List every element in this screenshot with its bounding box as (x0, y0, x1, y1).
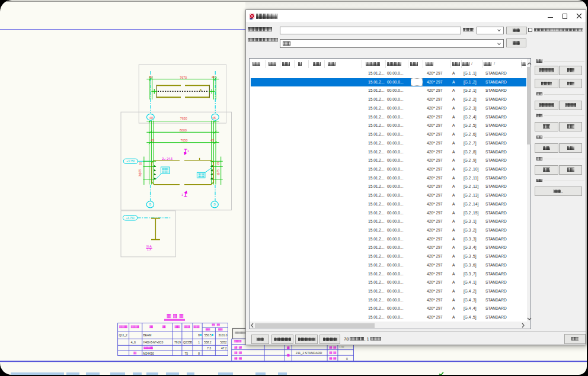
svg-text:3101.0: 3101.0 (219, 334, 228, 337)
svg-text:1: 1 (187, 149, 189, 153)
svg-text:47.2: 47.2 (221, 347, 227, 350)
svg-text:8: 8 (198, 334, 200, 337)
svg-text:550.5: 550.5 (204, 334, 212, 337)
svg-text:1: 1 (181, 193, 183, 197)
svg-text:558.2: 558.2 (204, 341, 212, 344)
svg-text:40: 40 (149, 75, 152, 79)
svg-text:45: 45 (151, 139, 154, 142)
svg-text:211_2 STANDARD: 211_2 STANDARD (296, 351, 322, 355)
svg-text:40: 40 (149, 116, 153, 120)
svg-text:BEAM: BEAM (143, 334, 151, 337)
svg-text:45: 45 (210, 139, 214, 142)
svg-text:4_6: 4_6 (131, 341, 136, 344)
svg-text:N-A: N-A (146, 245, 152, 248)
svg-text:1:10: 1:10 (339, 345, 344, 348)
svg-text:5052: 5052 (220, 341, 227, 344)
svg-text:45: 45 (212, 116, 216, 120)
svg-text:60: 60 (139, 162, 142, 165)
svg-text:7650: 7650 (181, 139, 188, 142)
svg-text:M24X50: M24X50 (143, 352, 154, 355)
svg-text:Q235B: Q235B (183, 341, 192, 344)
svg-text:60: 60 (217, 161, 220, 165)
svg-text:8000: 8000 (180, 128, 187, 132)
svg-text:+3.750: +3.750 (126, 160, 135, 163)
svg-text:3@75: 3@75 (139, 169, 142, 176)
svg-text:A: A (200, 88, 202, 92)
svg-text:Q11_2: Q11_2 (119, 334, 128, 337)
svg-text:H400-B-M*+0C0: H400-B-M*+0C0 (143, 341, 163, 344)
svg-text:0: 0 (346, 357, 348, 361)
svg-text:1:X: 1:X (147, 248, 152, 251)
svg-text:+3.750: +3.750 (126, 217, 135, 220)
svg-text:7919: 7919 (174, 341, 181, 344)
svg-text:D: D (213, 203, 216, 206)
svg-text:7650: 7650 (180, 117, 187, 120)
svg-text:@75: @75 (217, 169, 220, 175)
svg-text:75: 75 (185, 352, 188, 355)
svg-text:8: 8 (198, 352, 200, 355)
svg-text:B: B (149, 203, 152, 206)
svg-text:1: 1 (198, 341, 200, 344)
svg-text:7670: 7670 (180, 76, 187, 79)
svg-text:2L: 24.5: 2L: 24.5 (162, 157, 172, 160)
svg-text:40: 40 (212, 75, 215, 79)
svg-text:7.3: 7.3 (207, 347, 211, 350)
